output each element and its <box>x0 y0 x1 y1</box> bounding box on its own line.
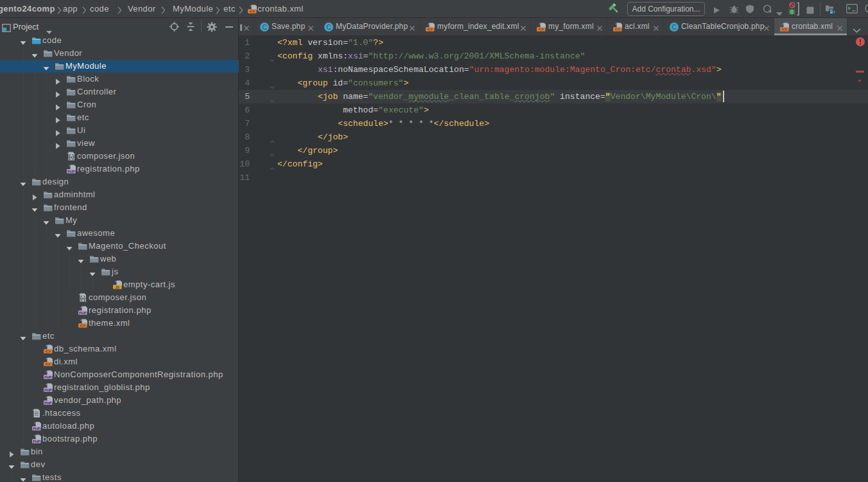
svg-text:C: C <box>262 24 266 31</box>
svg-text:<>: <> <box>538 27 543 32</box>
svg-text:<>: <> <box>781 27 786 32</box>
svg-text:JS: JS <box>115 285 119 289</box>
svg-text:PHP: PHP <box>44 375 52 379</box>
svg-text:PHP: PHP <box>44 401 52 405</box>
svg-text:<>: <> <box>249 9 254 14</box>
svg-text:C: C <box>672 24 676 31</box>
svg-text:C: C <box>326 24 331 31</box>
svg-text:<>: <> <box>427 27 432 32</box>
svg-text:<>: <> <box>45 349 50 354</box>
svg-text:PHP: PHP <box>33 440 40 443</box>
svg-text:PHP: PHP <box>44 388 52 392</box>
svg-text:<>: <> <box>45 362 50 367</box>
svg-text:PHP: PHP <box>33 427 40 431</box>
svg-text:PHP: PHP <box>67 170 75 174</box>
svg-text:<>: <> <box>80 323 85 328</box>
svg-text:PHP: PHP <box>79 311 87 315</box>
svg-text:<>: <> <box>614 27 620 32</box>
